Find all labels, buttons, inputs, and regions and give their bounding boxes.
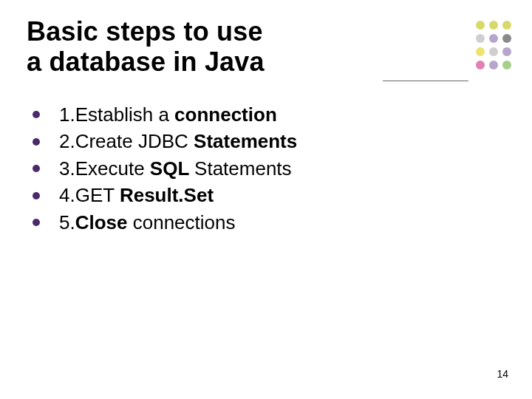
bullet-icon bbox=[33, 111, 40, 118]
title-divider bbox=[383, 81, 468, 81]
dot-icon bbox=[476, 61, 485, 69]
decorative-dot-grid bbox=[476, 21, 511, 69]
dot-icon bbox=[489, 47, 498, 56]
dot-icon bbox=[476, 34, 485, 43]
list-item: 1.Establish a connection bbox=[33, 103, 505, 127]
bullet-icon bbox=[33, 138, 40, 146]
dot-icon bbox=[489, 21, 498, 30]
list-item-text: 4.GET Result.Set bbox=[59, 183, 214, 208]
dot-icon bbox=[476, 47, 485, 56]
list-item: 4.GET Result.Set bbox=[33, 183, 505, 208]
dot-icon bbox=[502, 34, 511, 43]
list-item-text: 2.Create JDBC Statements bbox=[59, 129, 297, 154]
bullet-list: 1.Establish a connection 2.Create JDBC S… bbox=[33, 103, 505, 235]
list-item-text: 3.Execute SQL Statements bbox=[59, 157, 292, 181]
page-number: 14 bbox=[497, 368, 508, 380]
bullet-icon bbox=[33, 219, 40, 226]
list-item: 2.Create JDBC Statements bbox=[33, 129, 505, 154]
bullet-icon bbox=[33, 165, 40, 172]
list-item: 3.Execute SQL Statements bbox=[33, 157, 505, 181]
dot-icon bbox=[502, 21, 511, 30]
list-item: 5.Close connections bbox=[33, 211, 505, 235]
title-line-1: Basic steps to use bbox=[27, 16, 263, 47]
dot-icon bbox=[502, 47, 511, 56]
dot-icon bbox=[489, 61, 498, 69]
list-item-text: 5.Close connections bbox=[59, 211, 235, 235]
dot-icon bbox=[476, 21, 485, 30]
dot-icon bbox=[489, 34, 498, 43]
bullet-icon bbox=[33, 192, 40, 200]
dot-icon bbox=[502, 61, 511, 69]
title-line-2: a database in Java bbox=[27, 47, 265, 77]
list-item-text: 1.Establish a connection bbox=[59, 103, 277, 127]
slide-title: Basic steps to use a database in Java bbox=[27, 16, 505, 78]
